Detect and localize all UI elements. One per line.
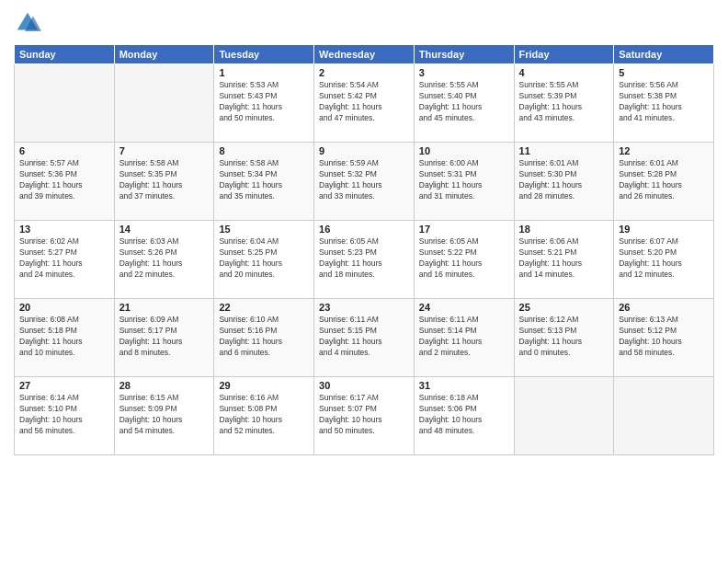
day-number: 2 (319, 67, 409, 78)
day-number: 15 (219, 224, 309, 235)
calendar-cell: 25Sunrise: 6:12 AM Sunset: 5:13 PM Dayli… (514, 299, 614, 377)
week-row-5: 27Sunrise: 6:14 AM Sunset: 5:10 PM Dayli… (15, 377, 714, 455)
day-info: Sunrise: 6:14 AM Sunset: 5:10 PM Dayligh… (19, 393, 109, 437)
week-row-3: 13Sunrise: 6:02 AM Sunset: 5:27 PM Dayli… (15, 221, 714, 299)
weekday-header-wednesday: Wednesday (314, 45, 415, 64)
calendar-cell: 13Sunrise: 6:02 AM Sunset: 5:27 PM Dayli… (15, 221, 115, 299)
day-info: Sunrise: 6:01 AM Sunset: 5:30 PM Dayligh… (519, 158, 609, 202)
calendar-cell: 22Sunrise: 6:10 AM Sunset: 5:16 PM Dayli… (214, 299, 314, 377)
day-info: Sunrise: 5:55 AM Sunset: 5:40 PM Dayligh… (419, 80, 509, 124)
day-number: 28 (119, 380, 210, 391)
day-info: Sunrise: 6:04 AM Sunset: 5:25 PM Dayligh… (219, 236, 309, 281)
day-info: Sunrise: 6:00 AM Sunset: 5:31 PM Dayligh… (419, 158, 509, 202)
calendar-cell: 20Sunrise: 6:08 AM Sunset: 5:18 PM Dayli… (15, 299, 115, 377)
day-info: Sunrise: 6:17 AM Sunset: 5:07 PM Dayligh… (319, 393, 409, 437)
calendar-cell: 9Sunrise: 5:59 AM Sunset: 5:32 PM Daylig… (314, 143, 415, 221)
calendar-cell: 26Sunrise: 6:13 AM Sunset: 5:12 PM Dayli… (614, 299, 714, 377)
weekday-header-sunday: Sunday (15, 45, 115, 64)
logo-icon (14, 9, 41, 37)
day-info: Sunrise: 5:55 AM Sunset: 5:39 PM Dayligh… (519, 80, 609, 124)
day-info: Sunrise: 6:13 AM Sunset: 5:12 PM Dayligh… (619, 315, 709, 359)
calendar-cell: 2Sunrise: 5:54 AM Sunset: 5:42 PM Daylig… (314, 64, 415, 143)
day-info: Sunrise: 5:57 AM Sunset: 5:36 PM Dayligh… (19, 158, 109, 202)
day-info: Sunrise: 6:05 AM Sunset: 5:22 PM Dayligh… (419, 236, 509, 281)
calendar-cell: 12Sunrise: 6:01 AM Sunset: 5:28 PM Dayli… (614, 143, 714, 221)
day-info: Sunrise: 5:58 AM Sunset: 5:34 PM Dayligh… (219, 158, 309, 202)
day-info: Sunrise: 5:59 AM Sunset: 5:32 PM Dayligh… (319, 158, 409, 202)
weekday-header-friday: Friday (514, 45, 614, 64)
calendar-cell: 15Sunrise: 6:04 AM Sunset: 5:25 PM Dayli… (214, 221, 314, 299)
day-number: 11 (519, 145, 609, 156)
day-number: 18 (519, 224, 609, 235)
day-number: 9 (319, 145, 409, 156)
weekday-header-thursday: Thursday (414, 45, 514, 64)
week-row-1: 1Sunrise: 5:53 AM Sunset: 5:43 PM Daylig… (15, 64, 714, 143)
calendar-cell: 11Sunrise: 6:01 AM Sunset: 5:30 PM Dayli… (514, 143, 614, 221)
day-number: 10 (419, 145, 509, 156)
day-number: 27 (19, 380, 109, 391)
day-number: 29 (219, 380, 309, 391)
calendar-cell (15, 64, 115, 143)
day-number: 31 (419, 380, 509, 391)
calendar-cell: 8Sunrise: 5:58 AM Sunset: 5:34 PM Daylig… (214, 143, 314, 221)
calendar-cell: 30Sunrise: 6:17 AM Sunset: 5:07 PM Dayli… (314, 377, 415, 455)
calendar-cell (514, 377, 614, 455)
calendar-cell: 10Sunrise: 6:00 AM Sunset: 5:31 PM Dayli… (414, 143, 514, 221)
day-info: Sunrise: 6:01 AM Sunset: 5:28 PM Dayligh… (619, 158, 709, 202)
day-number: 25 (519, 302, 609, 313)
weekday-header-tuesday: Tuesday (214, 45, 314, 64)
weekday-header-monday: Monday (114, 45, 214, 64)
day-number: 17 (419, 224, 509, 235)
calendar-cell: 5Sunrise: 5:56 AM Sunset: 5:38 PM Daylig… (614, 64, 714, 143)
calendar-cell: 21Sunrise: 6:09 AM Sunset: 5:17 PM Dayli… (114, 299, 214, 377)
weekday-header-saturday: Saturday (614, 45, 714, 64)
calendar-cell: 16Sunrise: 6:05 AM Sunset: 5:23 PM Dayli… (314, 221, 415, 299)
day-number: 5 (619, 67, 709, 78)
calendar-cell (614, 377, 714, 455)
day-number: 6 (19, 145, 109, 156)
day-info: Sunrise: 5:54 AM Sunset: 5:42 PM Dayligh… (319, 80, 409, 124)
day-info: Sunrise: 5:58 AM Sunset: 5:35 PM Dayligh… (119, 158, 210, 202)
calendar-cell: 7Sunrise: 5:58 AM Sunset: 5:35 PM Daylig… (114, 143, 214, 221)
calendar-cell: 24Sunrise: 6:11 AM Sunset: 5:14 PM Dayli… (414, 299, 514, 377)
calendar-cell: 4Sunrise: 5:55 AM Sunset: 5:39 PM Daylig… (514, 64, 614, 143)
calendar-cell: 19Sunrise: 6:07 AM Sunset: 5:20 PM Dayli… (614, 221, 714, 299)
day-info: Sunrise: 6:10 AM Sunset: 5:16 PM Dayligh… (219, 315, 309, 359)
day-info: Sunrise: 6:06 AM Sunset: 5:21 PM Dayligh… (519, 236, 609, 281)
day-info: Sunrise: 6:11 AM Sunset: 5:14 PM Dayligh… (419, 315, 509, 359)
day-number: 3 (419, 67, 509, 78)
day-number: 26 (619, 302, 709, 313)
day-number: 30 (319, 380, 409, 391)
day-info: Sunrise: 6:09 AM Sunset: 5:17 PM Dayligh… (119, 315, 210, 359)
day-number: 20 (19, 302, 109, 313)
calendar-cell: 1Sunrise: 5:53 AM Sunset: 5:43 PM Daylig… (214, 64, 314, 143)
day-number: 1 (219, 67, 309, 78)
calendar-cell: 31Sunrise: 6:18 AM Sunset: 5:06 PM Dayli… (414, 377, 514, 455)
day-number: 7 (119, 145, 210, 156)
calendar-cell: 6Sunrise: 5:57 AM Sunset: 5:36 PM Daylig… (15, 143, 115, 221)
day-info: Sunrise: 6:07 AM Sunset: 5:20 PM Dayligh… (619, 236, 709, 281)
day-number: 21 (119, 302, 210, 313)
day-info: Sunrise: 6:18 AM Sunset: 5:06 PM Dayligh… (419, 393, 509, 437)
calendar: SundayMondayTuesdayWednesdayThursdayFrid… (14, 44, 714, 455)
calendar-cell: 29Sunrise: 6:16 AM Sunset: 5:08 PM Dayli… (214, 377, 314, 455)
day-number: 19 (619, 224, 709, 235)
day-info: Sunrise: 6:02 AM Sunset: 5:27 PM Dayligh… (19, 236, 109, 281)
day-number: 22 (219, 302, 309, 313)
calendar-cell: 17Sunrise: 6:05 AM Sunset: 5:22 PM Dayli… (414, 221, 514, 299)
day-info: Sunrise: 6:11 AM Sunset: 5:15 PM Dayligh… (319, 315, 409, 359)
calendar-cell: 3Sunrise: 5:55 AM Sunset: 5:40 PM Daylig… (414, 64, 514, 143)
day-number: 14 (119, 224, 210, 235)
day-info: Sunrise: 6:08 AM Sunset: 5:18 PM Dayligh… (19, 315, 109, 359)
day-number: 24 (419, 302, 509, 313)
week-row-2: 6Sunrise: 5:57 AM Sunset: 5:36 PM Daylig… (15, 143, 714, 221)
day-number: 4 (519, 67, 609, 78)
calendar-cell: 27Sunrise: 6:14 AM Sunset: 5:10 PM Dayli… (15, 377, 115, 455)
calendar-cell: 14Sunrise: 6:03 AM Sunset: 5:26 PM Dayli… (114, 221, 214, 299)
calendar-cell: 18Sunrise: 6:06 AM Sunset: 5:21 PM Dayli… (514, 221, 614, 299)
day-number: 12 (619, 145, 709, 156)
day-number: 16 (319, 224, 409, 235)
page: SundayMondayTuesdayWednesdayThursdayFrid… (0, 0, 728, 563)
logo (14, 9, 45, 37)
day-info: Sunrise: 6:16 AM Sunset: 5:08 PM Dayligh… (219, 393, 309, 437)
